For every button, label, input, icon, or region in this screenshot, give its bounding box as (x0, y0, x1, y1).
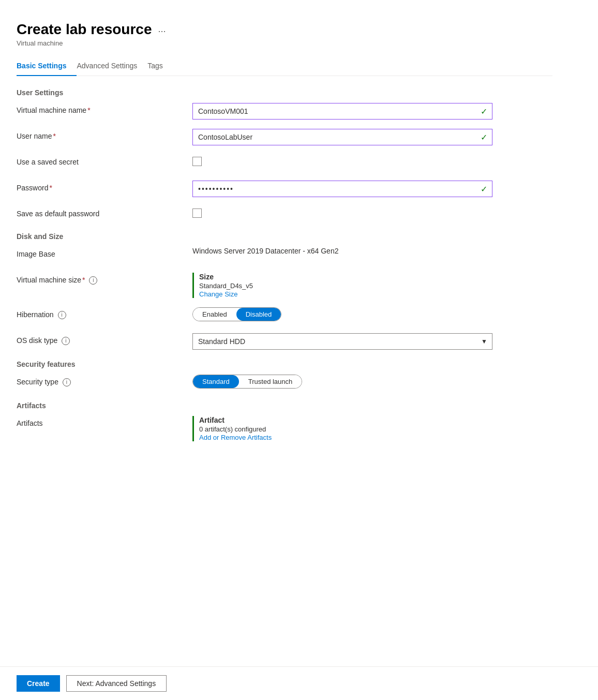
artifacts-header: Artifacts (17, 401, 552, 410)
security-features-header: Security features (17, 360, 552, 368)
vm-name-control: ✓ (192, 103, 552, 120)
tab-tags[interactable]: Tags (147, 55, 173, 76)
create-button[interactable]: Create (17, 675, 60, 692)
user-name-input[interactable] (192, 129, 492, 145)
hibernation-info-icon[interactable]: i (58, 311, 66, 319)
security-type-label: Security type i (17, 375, 192, 386)
vm-name-check-icon: ✓ (481, 106, 487, 116)
os-disk-type-label: OS disk type i (17, 333, 192, 345)
security-type-row: Security type i Standard Trusted launch (17, 375, 552, 391)
artifacts-row: Artifacts Artifact 0 artifact(s) configu… (17, 416, 552, 441)
artifacts-control: Artifact 0 artifact(s) configured Add or… (192, 416, 552, 441)
image-base-value: Windows Server 2019 Datacenter - x64 Gen… (192, 247, 552, 255)
security-trusted-launch-option[interactable]: Trusted launch (239, 375, 302, 388)
vm-size-label: Virtual machine size* i (17, 273, 192, 285)
security-standard-option[interactable]: Standard (193, 375, 239, 388)
vm-name-label: Virtual machine name* (17, 103, 192, 114)
save-default-password-checkbox-wrapper (192, 208, 552, 218)
size-label: Size (199, 273, 552, 281)
use-saved-secret-row: Use a saved secret (17, 155, 552, 171)
add-remove-artifacts-link[interactable]: Add or Remove Artifacts (199, 434, 272, 441)
page-subtitle: Virtual machine (17, 39, 552, 47)
footer: Create Next: Advanced Settings (0, 666, 598, 700)
hibernation-control: Enabled Disabled (192, 307, 552, 321)
user-settings-header: User Settings (17, 88, 552, 97)
user-name-input-wrapper: ✓ (192, 129, 492, 145)
password-input-wrapper: ✓ (192, 181, 492, 197)
artifacts-label: Artifacts (17, 416, 192, 427)
password-row: Password* ✓ (17, 181, 552, 197)
user-name-control: ✓ (192, 129, 552, 145)
hibernation-label: Hibernation i (17, 307, 192, 319)
hibernation-enabled-option[interactable]: Enabled (193, 308, 236, 321)
more-options-icon[interactable]: ··· (158, 26, 166, 37)
hibernation-disabled-option[interactable]: Disabled (236, 308, 281, 321)
artifact-count: 0 artifact(s) configured (199, 425, 552, 433)
save-default-password-row: Save as default password (17, 206, 552, 223)
security-type-info-icon[interactable]: i (63, 378, 71, 386)
hibernation-toggle-group: Enabled Disabled (192, 307, 281, 321)
os-disk-type-select-wrapper: Standard HDD Standard SSD Premium SSD ▼ (192, 333, 492, 350)
vm-name-input-wrapper: ✓ (192, 103, 492, 120)
tab-basic-settings[interactable]: Basic Settings (17, 55, 77, 76)
image-base-label: Image Base (17, 247, 192, 258)
tab-advanced-settings[interactable]: Advanced Settings (77, 55, 147, 76)
os-disk-type-select[interactable]: Standard HDD Standard SSD Premium SSD (192, 333, 492, 350)
os-disk-type-control: Standard HDD Standard SSD Premium SSD ▼ (192, 333, 552, 350)
use-saved-secret-label: Use a saved secret (17, 155, 192, 166)
next-advanced-settings-button[interactable]: Next: Advanced Settings (66, 675, 167, 692)
user-name-check-icon: ✓ (481, 132, 487, 142)
use-saved-secret-checkbox-wrapper (192, 157, 552, 166)
password-check-icon: ✓ (481, 184, 487, 193)
page-title: Create lab resource (17, 21, 152, 38)
vm-name-row: Virtual machine name* ✓ (17, 103, 552, 120)
os-disk-type-info-icon[interactable]: i (62, 337, 70, 345)
vm-size-info-icon[interactable]: i (89, 276, 97, 285)
user-name-label: User name* (17, 129, 192, 140)
tabs-container: Basic Settings Advanced Settings Tags (17, 55, 552, 76)
disk-size-header: Disk and Size (17, 232, 552, 241)
use-saved-secret-control (192, 155, 552, 166)
change-size-link[interactable]: Change Size (199, 290, 237, 298)
image-base-row: Image Base Windows Server 2019 Datacente… (17, 247, 552, 263)
artifact-info-block: Artifact 0 artifact(s) configured Add or… (192, 416, 552, 441)
password-control: ✓ (192, 181, 552, 197)
user-name-row: User name* ✓ (17, 129, 552, 145)
vm-name-input[interactable] (192, 103, 492, 120)
security-type-control: Standard Trusted launch (192, 375, 552, 389)
save-default-password-control (192, 206, 552, 218)
vm-size-row: Virtual machine size* i Size Standard_D4… (17, 273, 552, 298)
os-disk-type-row: OS disk type i Standard HDD Standard SSD… (17, 333, 552, 350)
hibernation-row: Hibernation i Enabled Disabled (17, 307, 552, 324)
artifact-label: Artifact (199, 416, 552, 424)
password-input[interactable] (192, 181, 492, 197)
save-default-password-label: Save as default password (17, 206, 192, 218)
security-type-toggle-group: Standard Trusted launch (192, 375, 302, 389)
use-saved-secret-checkbox[interactable] (192, 157, 202, 166)
password-label: Password* (17, 181, 192, 192)
save-default-password-checkbox[interactable] (192, 208, 202, 218)
vm-size-control: Size Standard_D4s_v5 Change Size (192, 273, 552, 298)
size-value: Standard_D4s_v5 (199, 282, 552, 290)
size-info-block: Size Standard_D4s_v5 Change Size (192, 273, 552, 298)
